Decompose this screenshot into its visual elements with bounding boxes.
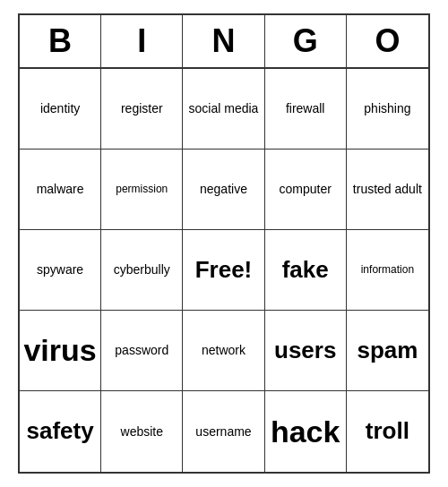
bingo-cell: fake bbox=[265, 230, 347, 311]
bingo-cell: virus bbox=[20, 311, 101, 391]
cell-text: network bbox=[202, 342, 246, 358]
bingo-cell: network bbox=[183, 311, 264, 391]
cell-text: phishing bbox=[364, 100, 410, 116]
bingo-cell: permission bbox=[101, 150, 183, 230]
bingo-cell: password bbox=[101, 311, 183, 391]
header-letter: O bbox=[347, 15, 428, 67]
cell-text: spyware bbox=[37, 261, 83, 278]
bingo-cell: spyware bbox=[20, 230, 101, 311]
cell-text: social media bbox=[189, 100, 259, 116]
cell-text: safety bbox=[27, 416, 94, 447]
cell-text: identity bbox=[40, 100, 80, 116]
bingo-header: BINGO bbox=[20, 15, 428, 69]
bingo-cell: firewall bbox=[265, 69, 347, 150]
bingo-grid: identityregistersocial mediafirewallphis… bbox=[20, 69, 428, 472]
bingo-cell: information bbox=[347, 230, 428, 311]
bingo-cell: Free! bbox=[183, 230, 264, 311]
bingo-cell: website bbox=[101, 391, 183, 472]
header-letter: B bbox=[20, 15, 101, 67]
cell-text: fake bbox=[282, 255, 329, 286]
header-letter: I bbox=[101, 15, 183, 67]
bingo-cell: cyberbully bbox=[101, 230, 183, 311]
cell-text: password bbox=[115, 342, 168, 358]
header-letter: G bbox=[265, 15, 347, 67]
bingo-cell: users bbox=[265, 311, 347, 391]
bingo-cell: phishing bbox=[347, 69, 428, 150]
bingo-cell: spam bbox=[347, 311, 428, 391]
bingo-cell: computer bbox=[265, 150, 347, 230]
bingo-cell: hack bbox=[265, 391, 347, 472]
bingo-cell: identity bbox=[20, 69, 101, 150]
cell-text: permission bbox=[116, 183, 168, 197]
cell-text: website bbox=[121, 423, 163, 440]
bingo-cell: negative bbox=[183, 150, 264, 230]
bingo-cell: malware bbox=[20, 150, 101, 230]
header-letter: N bbox=[183, 15, 264, 67]
cell-text: register bbox=[121, 100, 163, 116]
bingo-cell: trusted adult bbox=[347, 150, 428, 230]
cell-text: negative bbox=[200, 181, 247, 197]
bingo-cell: social media bbox=[183, 69, 264, 150]
cell-text: malware bbox=[37, 181, 84, 197]
cell-text: username bbox=[195, 423, 251, 440]
cell-text: cyberbully bbox=[114, 261, 170, 278]
cell-text: troll bbox=[366, 416, 409, 447]
cell-text: virus bbox=[23, 330, 96, 370]
cell-text: information bbox=[361, 263, 414, 278]
bingo-cell: username bbox=[183, 391, 264, 472]
cell-text: users bbox=[274, 336, 336, 366]
cell-text: computer bbox=[280, 181, 332, 197]
bingo-cell: register bbox=[101, 69, 183, 150]
bingo-cell: safety bbox=[20, 391, 101, 472]
bingo-cell: troll bbox=[347, 391, 428, 472]
bingo-card: BINGO identityregistersocial mediafirewa… bbox=[18, 13, 430, 474]
cell-text: spam bbox=[357, 336, 418, 366]
cell-text: hack bbox=[271, 412, 340, 451]
cell-text: Free! bbox=[195, 255, 253, 286]
cell-text: firewall bbox=[286, 100, 325, 116]
cell-text: trusted adult bbox=[353, 181, 422, 197]
